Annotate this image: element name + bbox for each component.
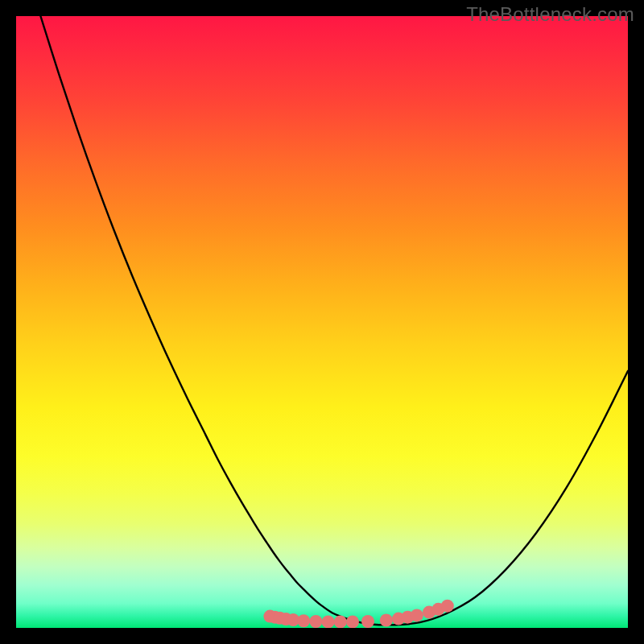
plot-area bbox=[16, 16, 628, 628]
chart-frame: TheBottleneck.com bbox=[0, 0, 644, 644]
highlight-dot bbox=[297, 614, 310, 627]
bottleneck-curve bbox=[40, 16, 628, 625]
highlight-dot bbox=[441, 600, 454, 613]
bottleneck-curve-svg bbox=[16, 16, 628, 628]
highlight-dot bbox=[309, 615, 322, 628]
highlight-dot bbox=[380, 614, 393, 627]
highlight-dots-group bbox=[263, 600, 453, 628]
highlight-dot bbox=[334, 615, 347, 628]
watermark-text: TheBottleneck.com bbox=[466, 3, 634, 26]
highlight-dot bbox=[361, 615, 374, 628]
highlight-dot bbox=[346, 615, 359, 628]
highlight-dot bbox=[322, 615, 335, 628]
highlight-dot bbox=[411, 609, 423, 621]
